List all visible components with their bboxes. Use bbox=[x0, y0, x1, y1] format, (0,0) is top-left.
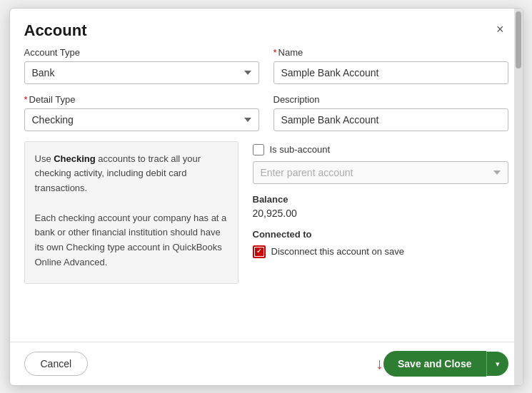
connected-section: Connected to ✓ Disconnect this account o… bbox=[253, 229, 508, 258]
disconnect-row: ✓ Disconnect this account on save bbox=[253, 245, 508, 258]
account-type-col: Account Type Bank bbox=[24, 47, 259, 84]
connected-label: Connected to bbox=[253, 229, 508, 240]
scrollbar-thumb bbox=[516, 11, 521, 68]
save-close-dropdown-icon: ▾ bbox=[496, 359, 500, 368]
info-bold-word: Checking bbox=[54, 153, 96, 164]
sub-account-label: Is sub-account bbox=[270, 144, 331, 155]
name-required-star: * bbox=[273, 47, 277, 58]
detail-type-label: *Detail Type bbox=[24, 94, 259, 105]
sub-account-section: Is sub-account Enter parent account bbox=[253, 141, 508, 184]
cancel-button[interactable]: Cancel bbox=[24, 352, 89, 376]
save-close-button[interactable]: Save and Close bbox=[383, 351, 486, 377]
detail-type-required-star: * bbox=[24, 94, 28, 105]
row-detail-type-desc: *Detail Type Checking Description bbox=[24, 94, 508, 131]
dialog-header: Account × bbox=[10, 9, 523, 47]
detail-type-select[interactable]: Checking bbox=[24, 108, 259, 131]
account-type-label: Account Type bbox=[24, 47, 259, 58]
balance-value: 20,925.00 bbox=[253, 208, 508, 219]
balance-label: Balance bbox=[253, 194, 508, 205]
disconnect-checkbox[interactable]: ✓ bbox=[253, 245, 266, 258]
checkmark-icon: ✓ bbox=[256, 248, 262, 255]
scrollbar[interactable] bbox=[514, 9, 523, 385]
dialog-title: Account bbox=[24, 21, 87, 40]
detail-type-col: *Detail Type Checking bbox=[24, 94, 259, 131]
dialog-body: Account Type Bank *Name *Detail Type Che… bbox=[10, 47, 523, 342]
right-col: Is sub-account Enter parent account Bala… bbox=[253, 141, 508, 284]
description-col: Description bbox=[273, 94, 508, 131]
save-close-dropdown-button[interactable]: ▾ bbox=[486, 352, 508, 376]
dialog-footer: Cancel ↓ Save and Close ▾ bbox=[10, 342, 523, 385]
disconnect-label: Disconnect this account on save bbox=[271, 246, 404, 257]
checkbox-checked-inner: ✓ bbox=[255, 247, 264, 256]
sub-account-checkbox[interactable] bbox=[253, 144, 264, 155]
balance-section: Balance 20,925.00 bbox=[253, 194, 508, 219]
parent-account-select[interactable]: Enter parent account bbox=[253, 161, 508, 184]
name-input[interactable] bbox=[273, 61, 508, 84]
left-col: Use Checking accounts to track all your … bbox=[24, 141, 239, 284]
account-dialog: Account × Account Type Bank *Name *D bbox=[9, 8, 523, 386]
description-input[interactable] bbox=[273, 108, 508, 131]
account-type-select[interactable]: Bank bbox=[24, 61, 259, 84]
main-content-row: Use Checking accounts to track all your … bbox=[24, 141, 508, 284]
save-close-wrapper: ↓ Save and Close ▾ bbox=[376, 351, 508, 377]
close-button[interactable]: × bbox=[492, 21, 508, 37]
name-col: *Name bbox=[273, 47, 508, 84]
description-label: Description bbox=[273, 94, 508, 105]
info-paragraph-2: Each checking account your company has a… bbox=[35, 211, 228, 270]
name-label: *Name bbox=[273, 47, 508, 58]
down-arrow-indicator: ↓ bbox=[376, 356, 383, 372]
info-paragraph-1: Use Checking accounts to track all your … bbox=[35, 152, 228, 196]
sub-account-row: Is sub-account bbox=[253, 144, 508, 155]
parent-account-wrapper: Enter parent account bbox=[253, 161, 508, 184]
save-close-label: Save and Close bbox=[398, 358, 472, 369]
info-box: Use Checking accounts to track all your … bbox=[24, 141, 239, 284]
row-account-type-name: Account Type Bank *Name bbox=[24, 47, 508, 84]
